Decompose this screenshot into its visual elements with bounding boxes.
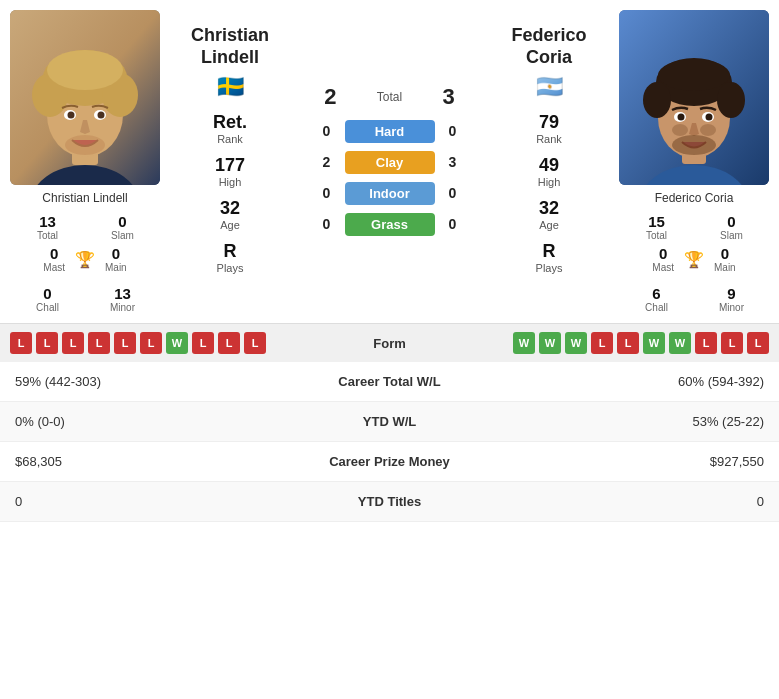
form-badge-left: L [62, 332, 84, 354]
stat-mast-left: 0 Mast [43, 245, 65, 273]
svg-point-25 [672, 135, 716, 155]
stat-left-val: 0 [0, 482, 273, 522]
plays-right: R Plays [536, 241, 563, 274]
stat-minor-left: 13 Minor [90, 285, 155, 313]
player-right: Federico Coria 15 Total 0 Slam 0 Mast 🏆 [609, 10, 779, 313]
clay-score-left: 2 [317, 154, 337, 170]
form-badge-left: L [192, 332, 214, 354]
stat-center-label: Career Prize Money [273, 442, 507, 482]
main-container: Christian Lindell 13 Total 0 Slam 0 Mast… [0, 0, 779, 522]
form-badge-left: L [140, 332, 162, 354]
svg-point-27 [700, 124, 716, 136]
plays-left: R Plays [217, 241, 244, 274]
form-section: LLLLLLWLLL Form WWWLLWWLLL [0, 323, 779, 362]
player-name-left: Christian Lindell [42, 191, 127, 205]
form-badge-left: L [36, 332, 58, 354]
stat-right-val: 53% (25-22) [506, 402, 779, 442]
high-left: 177 High [215, 155, 245, 188]
player-stats2-right: 6 Chall 9 Minor [624, 285, 764, 313]
stat-center-label: Career Total W/L [273, 362, 507, 402]
stat-left-val: 59% (442-303) [0, 362, 273, 402]
form-badge-right: W [669, 332, 691, 354]
indoor-score-right: 0 [443, 185, 463, 201]
form-badge-right: W [539, 332, 561, 354]
stat-left-val: $68,305 [0, 442, 273, 482]
svg-point-23 [678, 114, 685, 121]
form-badge-right: L [721, 332, 743, 354]
rank-right: 79 Rank [536, 112, 562, 145]
trophy-icon-right: 🏆 [684, 250, 704, 269]
flag-right: 🇦🇷 [536, 74, 563, 100]
stat-right-val: $927,550 [506, 442, 779, 482]
player-stats2-left: 0 Chall 13 Minor [15, 285, 155, 313]
svg-point-26 [672, 124, 688, 136]
player-photo-right [619, 10, 769, 185]
player-name-right: Federico Coria [655, 191, 734, 205]
player-center-right: Federico Coria 🇦🇷 79 Rank 49 High 32 Age… [489, 10, 609, 313]
player-name-big-right: Federico Coria [511, 25, 586, 68]
form-badge-right: L [591, 332, 613, 354]
form-badge-right: W [513, 332, 535, 354]
players-section: Christian Lindell 13 Total 0 Slam 0 Mast… [0, 0, 779, 323]
total-row: 2 Total 3 [295, 84, 484, 110]
stats-table: 59% (442-303) Career Total W/L 60% (594-… [0, 362, 779, 522]
hard-badge: Hard [345, 120, 435, 143]
stat-total-left: 13 Total [15, 213, 80, 241]
stat-center-label: YTD W/L [273, 402, 507, 442]
stat-center-label: YTD Titles [273, 482, 507, 522]
indoor-badge: Indoor [345, 182, 435, 205]
table-row: $68,305 Career Prize Money $927,550 [0, 442, 779, 482]
svg-point-11 [98, 112, 105, 119]
form-badge-left: L [10, 332, 32, 354]
grass-score-left: 0 [317, 216, 337, 232]
clay-badge: Clay [345, 151, 435, 174]
form-badge-left: L [88, 332, 110, 354]
svg-point-24 [706, 114, 713, 121]
stat-main-right: 0 Main [714, 245, 736, 273]
stat-minor-right: 9 Minor [699, 285, 764, 313]
player-name-big-left: Christian Lindell [191, 25, 269, 68]
age-right: 32 Age [539, 198, 559, 231]
stat-mast-right: 0 Mast [652, 245, 674, 273]
stat-chall-right: 6 Chall [624, 285, 689, 313]
player-stats-right: 15 Total 0 Slam [624, 213, 764, 241]
surface-row-clay: 2 Clay 3 [295, 151, 484, 174]
player-photo-left [10, 10, 160, 185]
form-badge-left: L [244, 332, 266, 354]
svg-point-20 [658, 59, 730, 91]
stat-slam-right: 0 Slam [699, 213, 764, 241]
total-score-left: 2 [324, 84, 336, 110]
surface-row-indoor: 0 Indoor 0 [295, 182, 484, 205]
stat-slam-left: 0 Slam [90, 213, 155, 241]
svg-point-10 [68, 112, 75, 119]
form-badge-right: L [617, 332, 639, 354]
trophy-icon-left: 🏆 [75, 250, 95, 269]
table-row: 0 YTD Titles 0 [0, 482, 779, 522]
form-badges-right: WWWLLWWLLL [450, 332, 770, 354]
rank-left: Ret. Rank [213, 112, 247, 145]
stat-total-right: 15 Total [624, 213, 689, 241]
grass-score-right: 0 [443, 216, 463, 232]
total-score-right: 3 [443, 84, 455, 110]
table-row: 59% (442-303) Career Total W/L 60% (594-… [0, 362, 779, 402]
surface-row-grass: 0 Grass 0 [295, 213, 484, 236]
svg-point-19 [717, 82, 745, 118]
stat-right-val: 60% (594-392) [506, 362, 779, 402]
stat-right-val: 0 [506, 482, 779, 522]
form-badge-right: L [747, 332, 769, 354]
age-left: 32 Age [220, 198, 240, 231]
form-badge-right: L [695, 332, 717, 354]
player-center-left: Christian Lindell 🇸🇪 Ret. Rank 177 High … [170, 10, 290, 313]
table-row: 0% (0-0) YTD W/L 53% (25-22) [0, 402, 779, 442]
form-badge-left: L [114, 332, 136, 354]
clay-score-right: 3 [443, 154, 463, 170]
form-badges-left: LLLLLLWLLL [10, 332, 330, 354]
svg-point-7 [47, 50, 123, 90]
trophy-row-left: 0 Mast 🏆 0 Main [15, 245, 155, 273]
form-badge-left: L [218, 332, 240, 354]
total-label: Total [345, 90, 435, 104]
svg-point-18 [643, 82, 671, 118]
form-badge-right: W [565, 332, 587, 354]
stat-left-val: 0% (0-0) [0, 402, 273, 442]
flag-left: 🇸🇪 [217, 74, 244, 100]
